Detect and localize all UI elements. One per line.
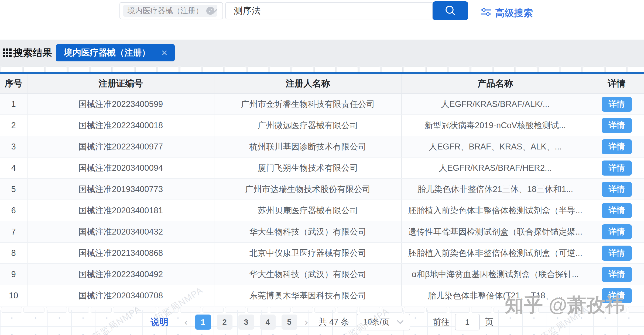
page-button-5[interactable]: 5 [282, 315, 297, 330]
column-header-registrant-name: 注册人名称 [214, 74, 402, 93]
row-index-cell: 6 [0, 200, 28, 221]
strip-cell [538, 67, 559, 72]
detail-button[interactable]: 详情 [602, 118, 632, 133]
detail-button[interactable]: 详情 [602, 246, 632, 261]
advanced-search-link[interactable]: 高级搜索 [481, 6, 533, 19]
registration-number-cell: 国械注准20203400094 [28, 158, 214, 178]
chevron-down-icon [397, 320, 404, 324]
results-label: 搜索结果： [13, 46, 62, 60]
row-index-cell: 5 [0, 179, 28, 200]
strip-cell [180, 67, 201, 72]
strip-cell [449, 67, 470, 72]
goto-prefix-label: 前往 [433, 316, 450, 328]
detail-button[interactable]: 详情 [602, 267, 632, 282]
registration-number-cell: 国械注准20203400181 [28, 200, 214, 221]
advanced-search-label: 高级搜索 [495, 7, 533, 19]
strip-cell [628, 67, 644, 72]
registration-number-cell: 国械注准20213400868 [28, 243, 214, 263]
search-button[interactable] [433, 1, 468, 20]
table-row: 9国械注准20223400492华大生物科技（武汉）有限公司α和β地中海贫血基因… [0, 264, 644, 285]
detail-button[interactable]: 详情 [602, 203, 632, 218]
strip-cell [91, 67, 112, 72]
prev-page-icon[interactable]: ‹ [180, 317, 192, 328]
details-cell: 详情 [589, 200, 644, 221]
details-cell: 详情 [589, 264, 644, 285]
search-results-band: 搜索结果： 境内医疗器械（注册） ✕ [0, 40, 644, 66]
table-row: 5国械注准20193400773广州市达瑞生物技术股份有限公司胎儿染色体非整倍体… [0, 179, 644, 200]
details-cell: 详情 [589, 158, 644, 178]
strip-cell [1, 67, 22, 72]
chevron-down-icon[interactable] [208, 9, 218, 16]
registration-number-cell: 国械注准20203400432 [28, 221, 214, 242]
top-search-bar: 境内医疗器械（注册） ✕ 测序法 高级搜索 [0, 0, 644, 40]
registration-number-cell: 国械注准20223400599 [28, 94, 214, 114]
row-index-cell: 1 [0, 94, 28, 114]
strip-cell [203, 67, 224, 72]
detail-button[interactable]: 详情 [602, 139, 632, 154]
goto-page-input[interactable] [455, 314, 480, 330]
details-cell: 详情 [589, 94, 644, 114]
next-page-icon[interactable]: › [300, 317, 313, 328]
page-button-4[interactable]: 4 [260, 315, 276, 330]
page-button-1[interactable]: 1 [195, 315, 211, 330]
table-row: 7国械注准20203400432华大生物科技（武汉）有限公司遗传性耳聋基因检测试… [0, 221, 644, 243]
registrant-name-cell: 广州微远医疗器械有限公司 [214, 115, 402, 136]
strip-cell [516, 67, 537, 72]
details-cell: 详情 [589, 115, 644, 136]
table-row: 6国械注准20203400181苏州贝康医疗器械有限公司胚胎植入前染色体非整倍体… [0, 200, 644, 221]
strip-cell [135, 67, 156, 72]
product-name-cell: 人EGFR/KRAS/BRAF/HER2... [402, 158, 589, 178]
product-name-cell: 遗传性耳聋基因检测试剂盒（联合探针锚定聚... [402, 221, 589, 242]
strip-cell [113, 67, 134, 72]
strip-cell [23, 67, 44, 72]
column-header-product-name: 产品名称 [402, 74, 589, 93]
strip-cell [561, 67, 582, 72]
active-filter-close-icon[interactable]: ✕ [161, 48, 168, 58]
page-button-2[interactable]: 2 [217, 315, 232, 330]
strip-cell [314, 67, 335, 72]
registrant-name-cell: 华大生物科技（武汉）有限公司 [214, 264, 402, 285]
detail-button[interactable]: 详情 [602, 224, 632, 239]
strip-cell [247, 67, 268, 72]
strip-cell [337, 67, 358, 72]
total-count-text: 共 47 条 [318, 316, 349, 328]
detail-button[interactable]: 详情 [602, 182, 632, 197]
strip-cell [270, 67, 291, 72]
detail-button[interactable]: 详情 [602, 97, 632, 112]
product-name-cell: 胚胎植入前染色体非整倍体检测试剂盒（可逆... [402, 243, 589, 263]
product-name-cell: α和β地中海贫血基因检测试剂盒（联合探针... [402, 264, 589, 285]
details-cell: 详情 [589, 221, 644, 242]
search-input[interactable]: 测序法 [225, 2, 433, 19]
row-index-cell: 9 [0, 264, 28, 285]
registrant-name-cell: 苏州贝康医疗器械有限公司 [214, 200, 402, 221]
product-name-cell: 新型冠状病毒2019-nCoV核酸检测试... [402, 115, 589, 136]
strip-cell [583, 67, 604, 72]
strip-cell [359, 67, 380, 72]
category-select[interactable]: 境内医疗器械（注册） ✕ [119, 2, 223, 19]
strip-cell [292, 67, 313, 72]
row-index-cell: 3 [0, 136, 28, 157]
registration-number-cell: 国械注准20223400018 [28, 115, 214, 136]
registration-number-cell: 国械注准20193400773 [28, 179, 214, 200]
registrant-name-cell: 华大生物科技（武汉）有限公司 [214, 221, 402, 242]
product-name-cell: 人EGFR/KRAS/BRAF/ALK/... [402, 94, 589, 114]
table-row: 1国械注准20223400599广州市金圻睿生物科技有限责任公司人EGFR/KR… [0, 94, 644, 115]
product-name-cell: 胚胎植入前染色体非整倍体检测试剂盒（半导... [402, 200, 589, 221]
strip-cell [494, 67, 515, 72]
active-filter-tag[interactable]: 境内医疗器械（注册） ✕ [56, 44, 175, 61]
grid-icon [3, 48, 12, 57]
search-input-value: 测序法 [234, 5, 261, 17]
row-index-cell: 8 [0, 243, 28, 263]
zhihu-watermark: 知乎 @萧孜祎 [505, 292, 625, 318]
registrant-name-cell: 北京中仪康卫医疗器械有限公司 [214, 243, 402, 263]
page-button-3[interactable]: 3 [238, 315, 254, 330]
registration-number-cell: 国械注准20223400977 [28, 136, 214, 157]
column-header-index: 序号 [0, 74, 28, 93]
category-tag-label: 境内医疗器械（注册） [128, 6, 203, 16]
registrant-name-cell: 东莞博奥木华基因科技有限公司 [214, 285, 402, 306]
detail-button[interactable]: 详情 [602, 160, 632, 176]
table-row: 8国械注准20213400868北京中仪康卫医疗器械有限公司胚胎植入前染色体非整… [0, 243, 644, 264]
strip-cell [46, 67, 67, 72]
goto-suffix-label: 页 [485, 316, 494, 328]
table-row: 3国械注准20223400977杭州联川基因诊断技术有限公司人EGFR、BRAF… [0, 136, 644, 158]
